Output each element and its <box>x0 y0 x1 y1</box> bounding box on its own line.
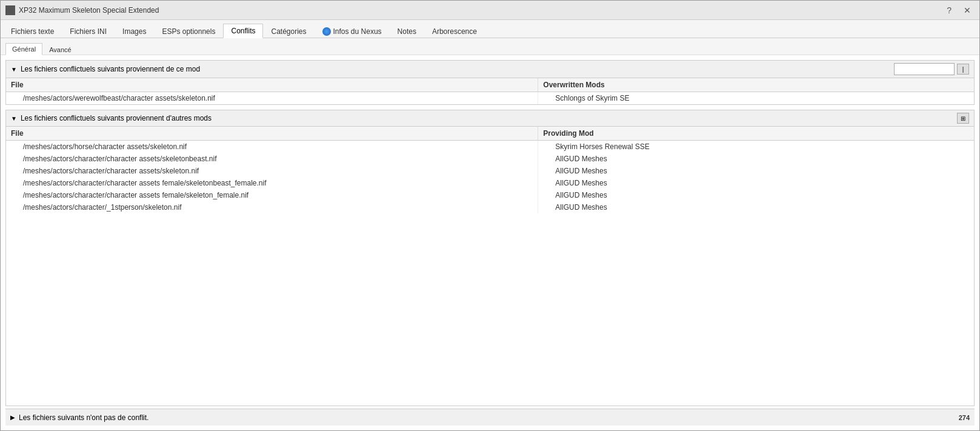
app-icon <box>5 5 15 15</box>
tab-arborescence[interactable]: Arborescence <box>424 24 485 38</box>
section3-header-left: ▶ Les fichiers suivants n'ont pas de con… <box>10 413 148 422</box>
section1-title: Les fichiers conflictuels suivants provi… <box>21 65 200 73</box>
table-row[interactable]: /meshes/actors/character/character asset… <box>6 189 974 201</box>
help-button[interactable]: ? <box>943 4 955 16</box>
section-overwritten: ▼ Les fichiers conflictuels suivants pro… <box>5 60 975 105</box>
section3-collapsed: ▶ Les fichiers suivants n'ont pas de con… <box>5 409 975 426</box>
tab-images[interactable]: Images <box>115 24 154 38</box>
section2-row2-file: /meshes/actors/character/character asset… <box>6 165 538 177</box>
section2-header: ▼ Les fichiers conflictuels suivants pro… <box>6 110 974 127</box>
tab-fichiers-ini[interactable]: Fichiers INI <box>62 24 115 38</box>
section2-header-right: ⊞ <box>957 113 969 124</box>
section1-table-header: File Overwritten Mods <box>6 78 974 92</box>
section2-row0-file: /meshes/actors/horse/character assets/sk… <box>6 141 538 153</box>
section2-row5-mod: AllGUD Meshes <box>538 201 974 213</box>
section2-row1-file: /meshes/actors/character/character asset… <box>6 153 538 165</box>
section1-collapse-arrow[interactable]: ▼ <box>11 66 17 73</box>
section2-action-btn[interactable]: ⊞ <box>957 113 969 124</box>
section2-row5-file: /meshes/actors/character/_1stperson/skel… <box>6 201 538 213</box>
title-bar-left: XP32 Maximum Skeleton Special Extended <box>5 5 159 15</box>
section1-header: ▼ Les fichiers conflictuels suivants pro… <box>6 61 974 78</box>
section3-title: Les fichiers suivants n'ont pas de confl… <box>19 413 148 422</box>
section1-search-input[interactable] <box>894 63 955 75</box>
table-row[interactable]: /meshes/actors/character/character asset… <box>6 165 974 177</box>
section1-row0-mod: Schlongs of Skyrim SE <box>538 92 974 104</box>
section2-table-body: /meshes/actors/horse/character assets/sk… <box>6 141 974 406</box>
section2-row3-mod: AllGUD Meshes <box>538 177 974 189</box>
close-button[interactable]: ✕ <box>960 4 975 16</box>
tab-infos-nexus[interactable]: Infos du Nexus <box>315 24 390 38</box>
section2-row0-mod: Skyrim Horses Renewal SSE <box>538 141 974 153</box>
section2-row4-mod: AllGUD Meshes <box>538 189 974 201</box>
sub-tab-bar: Général Avancé <box>1 38 979 55</box>
sections-container: ▼ Les fichiers conflictuels suivants pro… <box>1 55 979 430</box>
section1-col-overwritten: Overwritten Mods <box>538 78 974 92</box>
section1-table-body: /meshes/actors/werewolfbeast/character a… <box>6 92 974 104</box>
section2-row4-file: /meshes/actors/character/character asset… <box>6 189 538 201</box>
tab-conflits[interactable]: Conflits <box>223 24 263 38</box>
table-row[interactable]: /meshes/actors/character/_1stperson/skel… <box>6 201 974 213</box>
window-title: XP32 Maximum Skeleton Special Extended <box>19 6 159 15</box>
section3-collapse-arrow[interactable]: ▶ <box>10 414 15 421</box>
section1-row0-file: /meshes/actors/werewolfbeast/character a… <box>6 92 538 104</box>
main-tab-bar: Fichiers texte Fichiers INI Images ESPs … <box>1 20 979 38</box>
title-bar-buttons: ? ✕ <box>943 4 975 16</box>
tab-esps-optionnels[interactable]: ESPs optionnels <box>154 24 223 38</box>
section2-row2-mod: AllGUD Meshes <box>538 165 974 177</box>
table-row[interactable]: /meshes/actors/character/character asset… <box>6 153 974 165</box>
tab-notes[interactable]: Notes <box>390 24 424 38</box>
sub-tab-general[interactable]: Général <box>5 43 42 55</box>
section2-row1-mod: AllGUD Meshes <box>538 153 974 165</box>
section2-title: Les fichiers conflictuels suivants provi… <box>21 114 212 122</box>
section3-count: 274 <box>959 414 970 421</box>
table-row[interactable]: /meshes/actors/werewolfbeast/character a… <box>6 92 974 104</box>
tab-categories[interactable]: Catégories <box>263 24 314 38</box>
table-row[interactable]: /meshes/actors/character/character asset… <box>6 177 974 189</box>
title-bar: XP32 Maximum Skeleton Special Extended ?… <box>1 1 979 20</box>
table-row[interactable]: /meshes/actors/horse/character assets/sk… <box>6 141 974 153</box>
section2-row3-file: /meshes/actors/character/character asset… <box>6 177 538 189</box>
tab-fichiers-texte[interactable]: Fichiers texte <box>3 24 62 38</box>
section1-col-file: File <box>6 78 538 92</box>
section2-header-left: ▼ Les fichiers conflictuels suivants pro… <box>11 114 212 122</box>
section2-collapse-arrow[interactable]: ▼ <box>11 115 17 122</box>
main-window: XP32 Maximum Skeleton Special Extended ?… <box>0 0 980 431</box>
section-providing: ▼ Les fichiers conflictuels suivants pro… <box>5 110 975 406</box>
section2-col-file: File <box>6 127 538 140</box>
section1-action-btn[interactable]: | <box>957 64 969 75</box>
section1-header-left: ▼ Les fichiers conflictuels suivants pro… <box>11 65 200 73</box>
section1-header-right: | <box>894 63 969 75</box>
nexus-icon <box>322 27 331 36</box>
section2-col-providing: Providing Mod <box>538 127 974 140</box>
content-area: ▼ Les fichiers conflictuels suivants pro… <box>1 55 979 430</box>
section2-table-header: File Providing Mod <box>6 127 974 141</box>
sub-tab-avance[interactable]: Avancé <box>42 44 78 55</box>
